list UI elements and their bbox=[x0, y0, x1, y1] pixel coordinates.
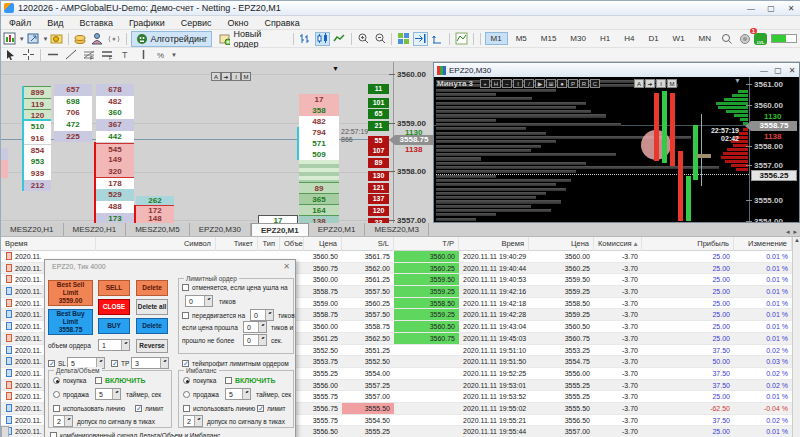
checkbox-icon[interactable] bbox=[183, 405, 190, 412]
chevron-down-icon[interactable]: ▼ bbox=[19, 36, 25, 42]
line-chart-icon[interactable] bbox=[332, 32, 347, 46]
radio-icon[interactable] bbox=[183, 377, 190, 384]
indicators-icon[interactable] bbox=[454, 32, 469, 46]
menu-item-вставка[interactable]: Вставка bbox=[71, 16, 120, 30]
menu-item-графики[interactable]: Графики bbox=[121, 16, 173, 30]
menu-item-вид[interactable]: Вид bbox=[39, 16, 71, 30]
timeframe-button-h4[interactable]: H4 bbox=[618, 32, 640, 45]
reverse-button[interactable]: Reverse bbox=[136, 339, 168, 353]
chart-tab-epz20-m1[interactable]: EPZ20,M1 bbox=[251, 223, 309, 236]
column-header-цена[interactable]: Цена bbox=[304, 237, 342, 251]
notifications-icon[interactable]: 1 bbox=[737, 32, 753, 46]
checkbox-icon[interactable] bbox=[225, 377, 232, 384]
dark-toolbar-button-0[interactable]: + bbox=[480, 79, 490, 88]
column-header-тикет[interactable]: Тикет bbox=[216, 237, 258, 251]
cluster-mode-button-M[interactable]: M bbox=[241, 72, 251, 81]
order-volume-stepper[interactable]: 1 bbox=[98, 339, 130, 351]
chart-tab-mesz20-m3[interactable]: MESZ20,M3 bbox=[365, 223, 428, 236]
text-tool-icon[interactable]: T bbox=[117, 48, 133, 62]
lvl-icon[interactable]: LVL bbox=[754, 33, 767, 45]
chart-tab-mesz20-h1[interactable]: MESZ20,H1 bbox=[1, 223, 64, 236]
collapse-caret-icon[interactable]: ▼ bbox=[734, 77, 741, 84]
timeframe-button-m5[interactable]: M5 bbox=[510, 32, 533, 45]
close-button[interactable]: ✕ bbox=[781, 2, 800, 15]
column-header-тип[interactable]: Тип bbox=[258, 237, 280, 251]
limit-move-stepper[interactable]: 0 bbox=[250, 309, 274, 321]
checkbox-icon[interactable] bbox=[95, 377, 102, 384]
checkbox-icon[interactable] bbox=[182, 360, 189, 367]
zoom-in-icon[interactable] bbox=[356, 32, 371, 46]
history-center-icon[interactable] bbox=[50, 32, 65, 46]
best-sell-limit-button[interactable]: Best Sell Limit3559.00 bbox=[48, 280, 93, 306]
maximize-button[interactable]: ▢ bbox=[761, 2, 781, 15]
child-window-titlebar[interactable]: EPZ20,M30 — ▢ ✕ bbox=[434, 63, 799, 77]
checkbox-icon[interactable] bbox=[182, 284, 189, 291]
cluster-mode-button-I[interactable]: I bbox=[231, 72, 241, 81]
collapse-caret-icon[interactable]: ▼ bbox=[332, 65, 339, 72]
cluster-mode-button-➜[interactable]: ➜ bbox=[221, 72, 231, 81]
menu-item-сервис[interactable]: Сервис bbox=[173, 16, 220, 30]
deposit-coins-icon[interactable] bbox=[73, 32, 88, 46]
candlestick-chart-icon[interactable] bbox=[315, 32, 330, 46]
cluster-mode-button-A[interactable]: A bbox=[211, 72, 221, 81]
checkbox-icon[interactable] bbox=[50, 432, 57, 437]
timeframe-button-w1[interactable]: W1 bbox=[667, 32, 691, 45]
dark-mode-button-I[interactable]: I bbox=[656, 79, 666, 88]
new-order-button[interactable]: Новый ордер bbox=[214, 27, 289, 51]
dark-toolbar-button-4[interactable]: / bbox=[524, 79, 534, 88]
dark-toolbar-button-1[interactable]: H bbox=[491, 79, 501, 88]
horizontal-line-icon[interactable] bbox=[45, 48, 61, 62]
column-header-tp[interactable]: T/P bbox=[394, 237, 459, 251]
chevron-down-icon[interactable]: ▼ bbox=[43, 36, 49, 42]
chart-tab-mesz20-h1[interactable]: MESZ20,H1 bbox=[64, 223, 127, 236]
dark-toolbar-button-3[interactable]: I bbox=[513, 79, 523, 88]
timeframe-button-d1[interactable]: D1 bbox=[642, 32, 664, 45]
profiles-icon[interactable] bbox=[26, 32, 41, 46]
checkbox-icon[interactable] bbox=[182, 312, 189, 319]
chart-tab-mesz20-m5[interactable]: MESZ20,M5 bbox=[126, 223, 189, 236]
tolerance-stepper[interactable]: 2 bbox=[53, 415, 73, 427]
checkbox-icon[interactable] bbox=[53, 405, 60, 412]
buy-button[interactable]: BUY bbox=[98, 318, 130, 334]
signal-icon[interactable] bbox=[107, 32, 122, 46]
minimize-button[interactable]: — bbox=[741, 2, 761, 15]
algo-trading-button[interactable]: Алготрейдинг bbox=[131, 31, 213, 47]
vertical-line-icon[interactable] bbox=[135, 48, 151, 62]
dark-toolbar-button-2[interactable]: − bbox=[502, 79, 512, 88]
trend-line-icon[interactable] bbox=[63, 48, 79, 62]
radio-icon[interactable] bbox=[53, 377, 60, 384]
timeframe-button-mn[interactable]: MN bbox=[693, 32, 717, 45]
best-buy-limit-button[interactable]: Best Buy Limit3558.75 bbox=[48, 309, 93, 335]
checkbox-icon[interactable] bbox=[48, 360, 55, 367]
radio-icon[interactable] bbox=[183, 391, 190, 398]
dark-toolbar-button-10[interactable]: C bbox=[590, 79, 600, 88]
new-chart-icon[interactable] bbox=[2, 32, 17, 46]
cursor-icon[interactable] bbox=[2, 48, 18, 62]
zoom-out-icon[interactable] bbox=[373, 32, 388, 46]
column-header-объем[interactable]: Объем bbox=[280, 237, 304, 251]
crosshair-icon[interactable] bbox=[20, 48, 36, 62]
delete-all-button[interactable]: Delete all bbox=[136, 299, 168, 315]
dark-toolbar-button-6[interactable]: ⊞ bbox=[546, 79, 556, 88]
equidistant-channel-icon[interactable]: F bbox=[99, 48, 115, 62]
search-icon[interactable] bbox=[719, 32, 735, 46]
tab-scroll-right-icon[interactable]: ▸ bbox=[793, 228, 797, 236]
chevron-down-icon[interactable]: ▼ bbox=[171, 52, 177, 58]
dark-toolbar-button-9[interactable]: R bbox=[579, 79, 589, 88]
chart-tab-epz20-m30[interactable]: EPZ20,M30 bbox=[190, 223, 251, 236]
child-close-button[interactable]: ✕ bbox=[785, 65, 799, 76]
close-position-button[interactable]: CLOSE bbox=[98, 299, 130, 315]
checkbox-icon[interactable] bbox=[111, 360, 118, 367]
tile-windows-icon[interactable] bbox=[396, 32, 411, 46]
timeframe-button-m30[interactable]: M30 bbox=[564, 32, 592, 45]
timeframe-button-m1[interactable]: M1 bbox=[485, 32, 508, 45]
dark-toolbar-button-8[interactable]: P bbox=[568, 79, 578, 88]
column-header-изменение[interactable]: Изменение bbox=[734, 237, 792, 251]
timeframe-button-m15[interactable]: M15 bbox=[535, 32, 563, 45]
limit-cancel-stepper[interactable]: 0 bbox=[185, 295, 213, 307]
column-header-прибыль[interactable]: Прибыль bbox=[642, 237, 734, 251]
column-header-sl[interactable]: S/L bbox=[342, 237, 394, 251]
chart-tab-epz20-m1[interactable]: EPZ20,M1 bbox=[309, 223, 366, 236]
dark-toolbar-button-7[interactable]: ● bbox=[557, 79, 567, 88]
column-header-время[interactable]: Время bbox=[1, 237, 96, 251]
